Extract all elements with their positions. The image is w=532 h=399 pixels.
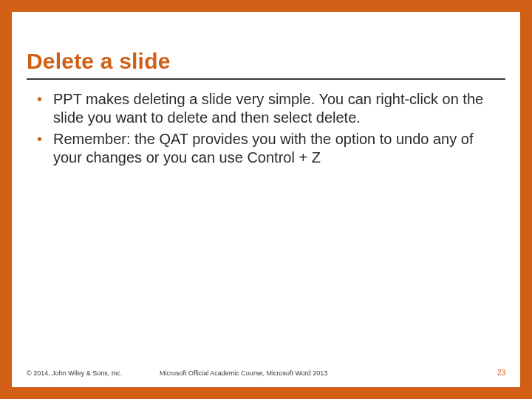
slide-title: Delete a slide xyxy=(27,49,505,74)
footer-copyright: © 2014, John Wiley & Sons, Inc. xyxy=(27,369,160,377)
slide-footer: © 2014, John Wiley & Sons, Inc. Microsof… xyxy=(27,369,505,377)
footer-page-number: 23 xyxy=(497,369,505,377)
title-rule xyxy=(27,78,505,80)
bullet-item: Remember: the QAT provides you with the … xyxy=(37,130,501,167)
bullet-list: PPT makes deleting a slide very simple. … xyxy=(27,90,505,167)
slide-content: Delete a slide PPT makes deleting a slid… xyxy=(12,12,520,387)
bullet-item: PPT makes deleting a slide very simple. … xyxy=(37,90,501,127)
footer-course: Microsoft Official Academic Course, Micr… xyxy=(160,369,497,377)
slide-frame: Delete a slide PPT makes deleting a slid… xyxy=(0,0,532,399)
